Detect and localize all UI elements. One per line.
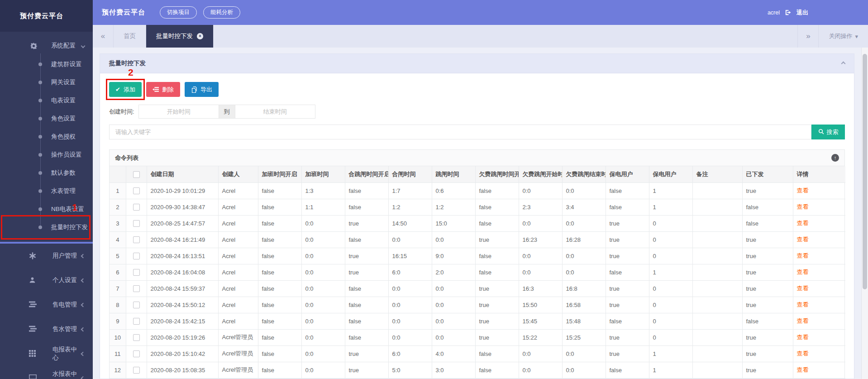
cell-10: 16:28 (562, 231, 606, 248)
view-details-link[interactable]: 查看 (797, 317, 809, 324)
sidebar-item-3[interactable]: 电表设置 (0, 91, 93, 110)
panel-header: 批量时控下发 (100, 54, 854, 73)
chevron-left-icon (81, 254, 86, 258)
tab-close-icon[interactable]: × (197, 33, 203, 39)
app-window: 预付费云平台 系统配置 建筑群设置网关设置电表设置角色设置角色授权操作员设置默认… (0, 0, 868, 379)
cell-14: true (742, 280, 793, 297)
cell-12: 0 (649, 329, 692, 345)
sidebar-group-3[interactable]: 售电管理 (0, 293, 93, 317)
search-button[interactable]: 搜索 (811, 125, 845, 139)
cell-12: 1 (649, 182, 692, 199)
sidebar-group-label: 个人设置 (52, 276, 77, 284)
keyword-search-input[interactable] (109, 125, 811, 139)
cell-8: false (475, 362, 519, 378)
select-all-checkbox[interactable] (133, 171, 140, 178)
collapse-panel-icon[interactable] (841, 61, 846, 66)
cell-4: 0:0 (301, 362, 345, 378)
command-list-box: 命令列表 ↑ (109, 149, 845, 379)
sidebar-section-system-config[interactable]: 系统配置 (0, 36, 93, 55)
scrollbar-thumb[interactable] (863, 54, 867, 289)
grid-icon (29, 350, 38, 358)
row-checkbox-cell (126, 345, 147, 362)
view-details-link[interactable]: 查看 (797, 236, 809, 243)
start-time-input[interactable] (138, 105, 219, 119)
sidebar-item-10[interactable]: 批量时控下发1 (0, 218, 93, 236)
search-row: 搜索 (109, 125, 845, 139)
row-checkbox[interactable] (133, 220, 140, 227)
view-details-link[interactable]: 查看 (797, 301, 809, 308)
logout-icon[interactable] (785, 9, 792, 16)
export-button[interactable]: 导出 (185, 82, 219, 97)
switch-project-button[interactable]: 切换项目 (160, 6, 197, 19)
cell-1: 2020-08-24 15:59:37 (147, 280, 218, 297)
sidebar-item-5[interactable]: 角色授权 (0, 128, 93, 146)
command-table: 创建日期创建人加班时间开启加班时间合跳闸时间开启合闸时间跳闸时间欠费跳闸时间开启… (110, 166, 845, 379)
sidebar-item-6[interactable]: 操作员设置 (0, 146, 93, 164)
sidebar-item-2[interactable]: 网关设置 (0, 73, 93, 91)
close-operations-dropdown[interactable]: 关闭操作 ▾ (818, 25, 868, 48)
tabs-scroll-right-button[interactable]: » (797, 25, 818, 48)
annotation-label-2: 2 (128, 67, 134, 78)
row-checkbox[interactable] (133, 302, 140, 308)
tabs-scroll-left-button[interactable]: « (93, 25, 114, 48)
view-details-link[interactable]: 查看 (797, 269, 809, 275)
sidebar-section-label: 系统配置 (51, 42, 76, 50)
row-checkbox[interactable] (133, 236, 140, 243)
row-checkbox[interactable] (133, 350, 140, 357)
cell-6: 0:0 (388, 297, 432, 313)
scroll-top-icon[interactable]: ↑ (831, 154, 839, 162)
row-checkbox[interactable] (133, 285, 140, 292)
row-checkbox[interactable] (133, 269, 140, 276)
view-details-link[interactable]: 查看 (797, 203, 809, 210)
row-index: 7 (110, 280, 126, 297)
view-details-link[interactable]: 查看 (797, 366, 809, 373)
view-details-link[interactable]: 查看 (797, 334, 809, 341)
row-checkbox-cell (126, 215, 147, 231)
row-checkbox[interactable] (133, 204, 140, 211)
view-details-link[interactable]: 查看 (797, 350, 809, 357)
sidebar-item-7[interactable]: 默认参数 (0, 164, 93, 182)
row-checkbox[interactable] (133, 318, 140, 325)
view-details-link[interactable]: 查看 (797, 252, 809, 259)
row-checkbox[interactable] (133, 367, 140, 374)
logout-button[interactable]: 退出 (796, 9, 808, 17)
energy-analysis-button[interactable]: 能耗分析 (203, 6, 240, 19)
sidebar-group-1[interactable]: 用户管理 (0, 244, 93, 268)
cell-8: false (475, 345, 519, 362)
page-scrollbar[interactable] (861, 48, 868, 379)
end-time-input[interactable] (235, 105, 315, 119)
tab-batch-time-control[interactable]: 批量时控下发 × (146, 25, 214, 48)
sidebar-item-1[interactable]: 建筑群设置 (0, 55, 93, 73)
cell-1: 2020-08-24 16:13:51 (147, 248, 218, 264)
row-checkbox[interactable] (133, 187, 140, 194)
view-details-link[interactable]: 查看 (797, 220, 809, 226)
tab-spacer (214, 25, 797, 48)
sidebar-group-2[interactable]: 个人设置 (0, 268, 93, 293)
cell-2: Acrel (218, 248, 258, 264)
add-button[interactable]: ✔ 添加 (109, 82, 142, 97)
cell-7: 2:0 (432, 264, 475, 280)
cell-10: 0:0 (562, 345, 606, 362)
sidebar-item-label: 默认参数 (51, 169, 76, 177)
sidebar-item-4[interactable]: 角色设置 (0, 110, 93, 128)
tab-home[interactable]: 首页 (114, 25, 146, 48)
detail-cell: 查看 (793, 329, 845, 345)
cell-6: 1:7 (388, 182, 432, 199)
cell-5: false (345, 329, 388, 345)
cell-3: false (258, 362, 301, 378)
view-details-link[interactable]: 查看 (797, 285, 809, 292)
page-title: 批量时控下发 (109, 59, 146, 67)
view-details-link[interactable]: 查看 (797, 187, 809, 194)
cell-13 (692, 280, 742, 297)
row-checkbox[interactable] (133, 253, 140, 259)
sidebar-item-9[interactable]: NB电表设置 (0, 200, 93, 218)
sidebar-group-6[interactable]: 水报表中心 (0, 366, 93, 379)
sidebar-group-5[interactable]: 电报表中心 (0, 341, 93, 366)
sidebar-item-8[interactable]: 水表管理 (0, 182, 93, 200)
row-checkbox[interactable] (133, 334, 140, 341)
sidebar-group-4[interactable]: 售水管理 (0, 317, 93, 341)
cell-2: Acrel (218, 231, 258, 248)
command-list-title: 命令列表 (115, 154, 138, 162)
sidebar-submenu: 建筑群设置网关设置电表设置角色设置角色授权操作员设置默认参数水表管理NB电表设置… (0, 55, 93, 236)
delete-button[interactable]: 删除 (146, 82, 180, 97)
